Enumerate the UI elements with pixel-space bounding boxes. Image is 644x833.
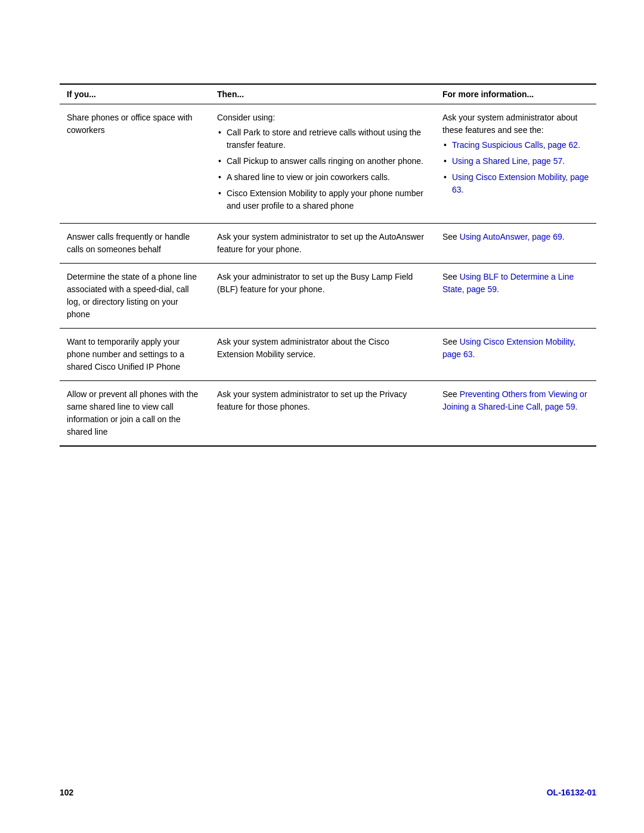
row1-more: Ask your system administrator about thes… (435, 104, 596, 224)
page-container: If you... Then... For more information..… (0, 0, 644, 833)
header-then: Then... (210, 84, 435, 104)
link-autoanswer[interactable]: Using AutoAnswer, page 69. (460, 232, 565, 241)
list-item: Tracing Suspicious Calls, page 62. (442, 139, 589, 151)
list-item: Call Park to store and retrieve calls wi… (217, 126, 428, 151)
page-footer: 102 OL-16132-01 (60, 788, 596, 797)
link-preventing-others[interactable]: Preventing Others from Viewing or Joinin… (442, 389, 587, 411)
row3-more: See Using BLF to Determine a Line State,… (435, 264, 596, 329)
table-row: Determine the state of a phone line asso… (60, 264, 596, 329)
row1-more-intro: Ask your system administrator about thes… (442, 113, 577, 135)
header-more: For more information... (435, 84, 596, 104)
row4-then: Ask your system administrator about the … (210, 329, 435, 381)
row5-if: Allow or prevent all phones with the sam… (60, 381, 210, 447)
row1-bullets: Call Park to store and retrieve calls wi… (217, 126, 428, 212)
list-item: Using a Shared Line, page 57. (442, 155, 589, 168)
link-shared-line[interactable]: Using a Shared Line, page 57. (452, 156, 565, 166)
row4-more: See Using Cisco Extension Mobility, page… (435, 329, 596, 381)
table-row: Want to temporarily apply your phone num… (60, 329, 596, 381)
table-row: Share phones or office space with cowork… (60, 104, 596, 224)
row5-more: See Preventing Others from Viewing or Jo… (435, 381, 596, 447)
header-if: If you... (60, 84, 210, 104)
list-item: Using Cisco Extension Mobility, page 63. (442, 171, 589, 196)
list-item: A shared line to view or join coworkers … (217, 171, 428, 184)
row2-more: See Using AutoAnswer, page 69. (435, 224, 596, 264)
row4-if: Want to temporarily apply your phone num… (60, 329, 210, 381)
link-extension-mobility-1[interactable]: Using Cisco Extension Mobility, page 63. (452, 172, 589, 194)
list-item: Call Pickup to answer calls ringing on a… (217, 155, 428, 168)
row1-then: Consider using: Call Park to store and r… (210, 104, 435, 224)
row5-then: Ask your system administrator to set up … (210, 381, 435, 447)
link-tracing-suspicious[interactable]: Tracing Suspicious Calls, page 62. (452, 140, 580, 150)
row1-more-links: Tracing Suspicious Calls, page 62. Using… (442, 139, 589, 196)
row1-if: Share phones or office space with cowork… (60, 104, 210, 224)
row2-then: Ask your system administrator to set up … (210, 224, 435, 264)
link-blf[interactable]: Using BLF to Determine a Line State, pag… (442, 272, 574, 294)
page-number: 102 (60, 788, 73, 797)
table-row: Allow or prevent all phones with the sam… (60, 381, 596, 447)
doc-id: OL-16132-01 (547, 788, 596, 797)
table-row: Answer calls frequently or handle calls … (60, 224, 596, 264)
main-table: If you... Then... For more information..… (60, 83, 596, 447)
row2-if: Answer calls frequently or handle calls … (60, 224, 210, 264)
row3-if: Determine the state of a phone line asso… (60, 264, 210, 329)
list-item: Cisco Extension Mobility to apply your p… (217, 187, 428, 212)
row3-then: Ask your administrator to set up the Bus… (210, 264, 435, 329)
link-extension-mobility-2[interactable]: Using Cisco Extension Mobility, page 63. (442, 337, 575, 359)
row1-then-intro: Consider using: (217, 113, 275, 122)
